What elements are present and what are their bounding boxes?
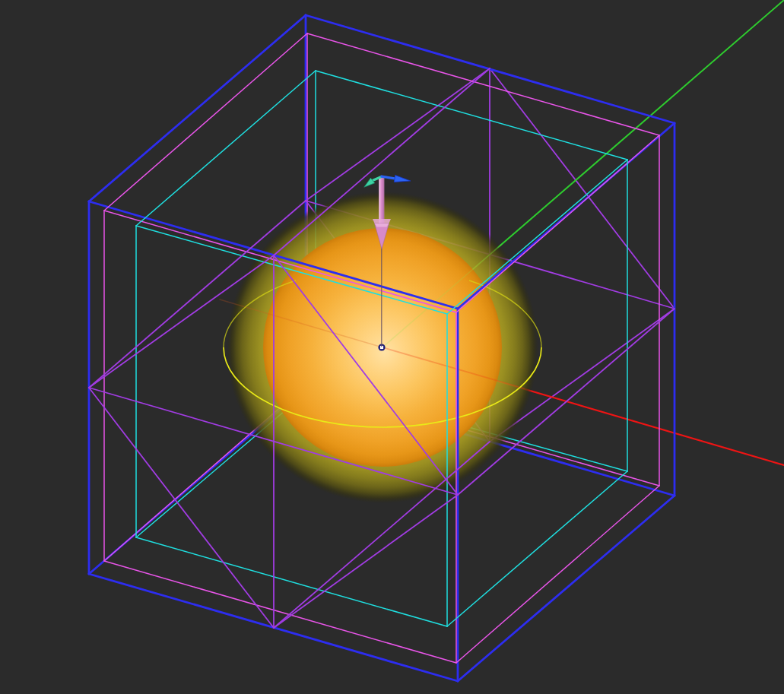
scene-canvas[interactable] bbox=[0, 0, 784, 694]
pink-arrow-highlight bbox=[379, 176, 380, 224]
pink-arrow-ghost-chevron bbox=[373, 219, 391, 223]
pink-arrow-head-highlight bbox=[375, 223, 389, 227]
3d-editor-viewport[interactable] bbox=[0, 0, 784, 694]
pink-arrow-shade bbox=[382, 176, 384, 224]
